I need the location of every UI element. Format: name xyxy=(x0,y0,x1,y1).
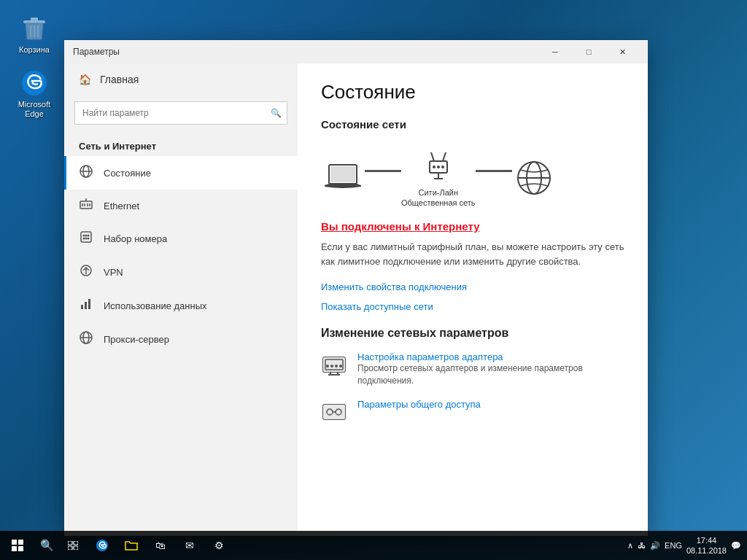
dialup-icon xyxy=(79,230,93,246)
svg-point-33 xyxy=(433,166,436,168)
svg-rect-31 xyxy=(330,166,355,182)
change-section-title: Изменение сетевых параметров xyxy=(321,327,624,340)
svg-point-52 xyxy=(339,365,342,368)
sidebar-item-data-usage[interactable]: Использование данных xyxy=(64,289,298,322)
sidebar-item-label-vpn: VPN xyxy=(104,267,123,278)
sidebar-item-label-dialup: Набор номера xyxy=(104,233,167,244)
svg-rect-61 xyxy=(18,546,23,551)
explorer-taskbar-button[interactable] xyxy=(117,531,146,560)
store-taskbar-button[interactable]: 🛍 xyxy=(146,531,175,560)
sidebar-item-label-data-usage: Использование данных xyxy=(104,300,207,311)
svg-rect-15 xyxy=(81,232,91,242)
svg-point-51 xyxy=(335,365,338,368)
svg-rect-25 xyxy=(85,302,87,309)
network-diagram: Сити-Лайн Общественная сеть xyxy=(321,142,624,214)
router-device: Сити-Лайн Общественная сеть xyxy=(401,148,476,209)
content-area: Состояние Состояние сети xyxy=(298,63,648,536)
section-divider: Изменение сетевых параметров xyxy=(321,327,624,425)
svg-point-18 xyxy=(88,235,90,237)
svg-rect-63 xyxy=(74,541,78,545)
sidebar-item-status[interactable]: Состояние xyxy=(64,156,298,190)
sidebar-home[interactable]: 🏠 Главная xyxy=(64,63,298,96)
vpn-icon xyxy=(79,264,93,280)
window-title: Параметры xyxy=(73,47,538,57)
sidebar-category: Сеть и Интернет xyxy=(64,131,298,156)
svg-point-21 xyxy=(88,238,90,240)
adapter-text: Настройка параметров адаптера Просмотр с… xyxy=(357,351,605,387)
svg-line-37 xyxy=(443,152,446,161)
window-controls: ─ □ ✕ xyxy=(538,40,639,63)
desktop-icon-recycle-bin[interactable]: Корзина xyxy=(9,11,60,58)
proxy-icon xyxy=(79,331,93,347)
taskbar-date-value: 08.11.2018 xyxy=(686,545,727,556)
adapter-icon xyxy=(321,351,347,378)
edge-taskbar-button[interactable] xyxy=(88,531,117,560)
sidebar-item-ethernet[interactable]: Ethernet xyxy=(64,190,298,222)
svg-point-49 xyxy=(326,365,329,368)
search-input[interactable] xyxy=(74,101,287,125)
home-icon: 🏠 xyxy=(79,74,91,85)
laptop-icon xyxy=(321,160,365,196)
taskbar-clock: 17:44 08.11.2018 xyxy=(686,535,727,556)
sidebar-item-label-proxy: Прокси-сервер xyxy=(104,334,169,345)
svg-point-19 xyxy=(83,238,85,240)
taskbar-notification[interactable]: 💬 xyxy=(731,541,741,551)
svg-rect-26 xyxy=(88,299,90,309)
net-line-1 xyxy=(365,170,401,172)
sidebar-item-vpn[interactable]: VPN xyxy=(64,255,298,289)
sidebar-item-label-status: Состояние xyxy=(104,168,151,179)
start-button[interactable] xyxy=(0,531,35,560)
settings-taskbar-button[interactable]: ⚙ xyxy=(204,531,233,560)
net-line-2 xyxy=(476,170,512,172)
svg-rect-62 xyxy=(68,541,72,545)
info-text: Если у вас лимитный тарифный план, вы мо… xyxy=(321,240,624,271)
taskbar-arrow-up[interactable]: ∧ xyxy=(627,541,633,551)
change-properties-link[interactable]: Изменить свойства подключения xyxy=(321,281,624,292)
desktop-icon-edge[interactable]: Microsoft Edge xyxy=(9,66,60,122)
taskbar: 🔍 🛍 ✉ ⚙ ∧ 🖧 🔊 ENG 17:44 08.11.2018 💬 xyxy=(0,531,747,560)
task-view-button[interactable] xyxy=(58,531,88,560)
minimize-button[interactable]: ─ xyxy=(538,40,572,63)
mail-taskbar-button[interactable]: ✉ xyxy=(175,531,204,560)
svg-point-35 xyxy=(441,166,444,168)
svg-rect-65 xyxy=(74,546,78,550)
adapter-desc: Просмотр сетевых адаптеров и изменение п… xyxy=(357,362,605,387)
svg-point-16 xyxy=(83,235,85,237)
ethernet-icon xyxy=(79,198,93,213)
show-networks-link[interactable]: Показать доступные сети xyxy=(321,301,624,312)
svg-rect-59 xyxy=(18,540,23,545)
close-button[interactable]: ✕ xyxy=(605,40,639,63)
sidebar-search-container: 🔍 xyxy=(74,101,287,125)
taskbar-volume-icon: 🔊 xyxy=(650,541,660,551)
status-icon xyxy=(79,165,93,181)
sharing-text: Параметры общего доступа xyxy=(357,399,481,410)
svg-line-36 xyxy=(431,152,434,161)
window-body: 🏠 Главная 🔍 Сеть и Интернет Состояние xyxy=(64,63,648,536)
page-title: Состояние xyxy=(321,81,624,104)
maximize-button[interactable]: □ xyxy=(572,40,605,63)
globe-icon xyxy=(512,160,556,196)
taskbar-network-icon: 🖧 xyxy=(638,541,646,550)
home-label: Главная xyxy=(100,74,139,85)
edge-icon xyxy=(20,69,49,98)
taskbar-search-button[interactable]: 🔍 xyxy=(35,531,58,560)
desktop: Корзина Microsoft Edge Параметры ─ □ ✕ xyxy=(0,0,747,560)
svg-point-34 xyxy=(437,166,440,168)
svg-rect-58 xyxy=(12,540,17,545)
sidebar-item-dialup[interactable]: Набор номера xyxy=(64,222,298,255)
adapter-title[interactable]: Настройка параметров адаптера xyxy=(357,351,605,362)
adapter-settings-item: Настройка параметров адаптера Просмотр с… xyxy=(321,351,624,387)
provider-label: Сити-Лайн Общественная сеть xyxy=(401,187,476,209)
sidebar-item-proxy[interactable]: Прокси-сервер xyxy=(64,322,298,356)
svg-point-50 xyxy=(330,365,333,368)
window-titlebar: Параметры ─ □ ✕ xyxy=(64,40,648,63)
data-usage-icon xyxy=(79,298,93,314)
svg-point-20 xyxy=(85,238,88,240)
connected-text: Вы подключены к Интернету xyxy=(321,220,624,240)
taskbar-right: ∧ 🖧 🔊 ENG 17:44 08.11.2018 💬 xyxy=(627,535,747,556)
sharing-title[interactable]: Параметры общего доступа xyxy=(357,399,481,410)
svg-rect-60 xyxy=(12,546,17,551)
router-icon xyxy=(417,148,460,184)
sharing-icon xyxy=(321,399,347,425)
svg-rect-24 xyxy=(81,305,83,309)
